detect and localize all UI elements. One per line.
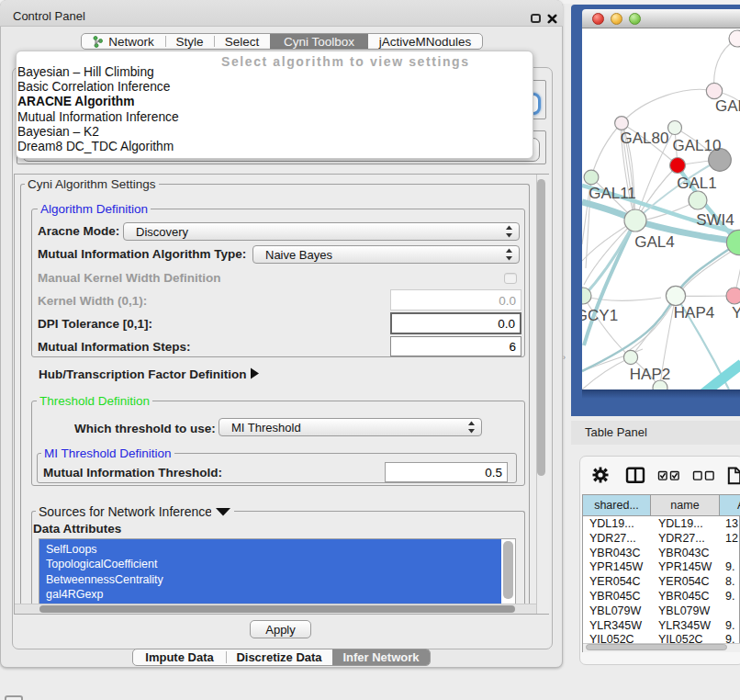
svg-text:HAP4: HAP4	[674, 304, 714, 322]
svg-text:GAL1: GAL1	[677, 175, 716, 192]
svg-text:GAL80: GAL80	[621, 130, 669, 147]
svg-text:GAL: GAL	[715, 97, 740, 115]
svg-text:SWI4: SWI4	[696, 211, 734, 229]
svg-text:GCY1: GCY1	[582, 307, 618, 324]
svg-text:GAL10: GAL10	[673, 137, 722, 154]
svg-text:HAP2: HAP2	[630, 366, 670, 383]
svg-text:GAL4: GAL4	[634, 233, 674, 251]
svg-text:Y: Y	[732, 304, 740, 322]
svg-text:GAL11: GAL11	[589, 185, 636, 202]
